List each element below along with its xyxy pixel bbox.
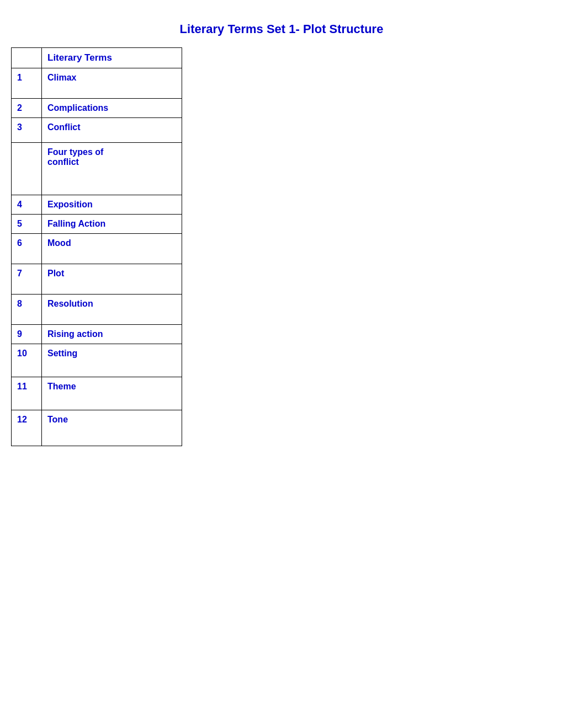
row-term: Conflict xyxy=(42,118,182,143)
table-row: 10 Setting xyxy=(12,344,182,377)
row-num xyxy=(12,143,42,195)
row-term: Four types ofconflict xyxy=(42,143,182,195)
row-term: Setting xyxy=(42,344,182,377)
row-num: 7 xyxy=(12,264,42,295)
row-term: Tone xyxy=(42,410,182,446)
row-num: 3 xyxy=(12,118,42,143)
row-term: Rising action xyxy=(42,325,182,344)
row-num: 8 xyxy=(12,295,42,325)
table-row: 9 Rising action xyxy=(12,325,182,344)
table-header-row: Literary Terms xyxy=(12,48,182,68)
table-row: 5 Falling Action xyxy=(12,215,182,234)
table-row: 11 Theme xyxy=(12,377,182,410)
table-row: 12 Tone xyxy=(12,410,182,446)
row-term: Plot xyxy=(42,264,182,295)
table-row: 8 Resolution xyxy=(12,295,182,325)
table-row: 7 Plot xyxy=(12,264,182,295)
row-num: 11 xyxy=(12,377,42,410)
row-term: Complications xyxy=(42,99,182,118)
table-row: 2 Complications xyxy=(12,99,182,118)
row-term: Exposition xyxy=(42,195,182,215)
row-term: Falling Action xyxy=(42,215,182,234)
table-container: Literary Terms 1 Climax 2 Complications … xyxy=(0,47,563,446)
row-num: 9 xyxy=(12,325,42,344)
num-header xyxy=(12,48,42,68)
row-num: 1 xyxy=(12,68,42,99)
page-title: Literary Terms Set 1- Plot Structure xyxy=(0,22,563,36)
row-num: 4 xyxy=(12,195,42,215)
literary-terms-table: Literary Terms 1 Climax 2 Complications … xyxy=(11,47,182,446)
table-row: Four types ofconflict xyxy=(12,143,182,195)
row-term: Mood xyxy=(42,234,182,264)
table-row: 3 Conflict xyxy=(12,118,182,143)
row-term: Climax xyxy=(42,68,182,99)
row-term: Resolution xyxy=(42,295,182,325)
row-num: 5 xyxy=(12,215,42,234)
row-num: 6 xyxy=(12,234,42,264)
row-num: 12 xyxy=(12,410,42,446)
table-row: 6 Mood xyxy=(12,234,182,264)
row-num: 10 xyxy=(12,344,42,377)
table-row: 4 Exposition xyxy=(12,195,182,215)
term-header: Literary Terms xyxy=(42,48,182,68)
row-num: 2 xyxy=(12,99,42,118)
table-row: 1 Climax xyxy=(12,68,182,99)
row-term: Theme xyxy=(42,377,182,410)
